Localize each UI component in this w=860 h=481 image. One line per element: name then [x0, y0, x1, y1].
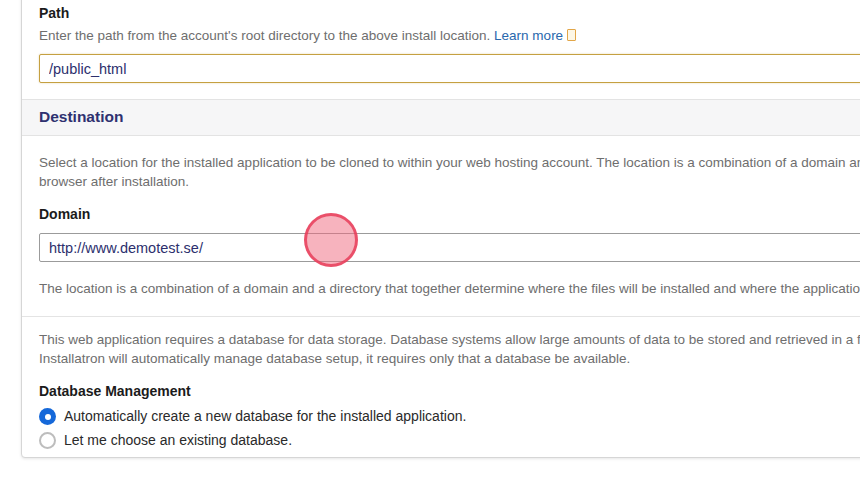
- destination-intro-line1: Select a location for the installed appl…: [39, 153, 860, 172]
- radio-selected-icon[interactable]: [39, 408, 56, 425]
- destination-section-header: Destination: [22, 99, 860, 136]
- radio-option-create-database[interactable]: Automatically create a new database for …: [39, 408, 860, 425]
- destination-section: Select a location for the installed appl…: [22, 136, 860, 316]
- path-label: Path: [39, 6, 860, 21]
- learn-more-link[interactable]: Learn more: [494, 28, 563, 43]
- database-intro-line2: Installatron will automatically manage d…: [39, 349, 860, 368]
- external-link-icon: [567, 29, 576, 41]
- radio-option-label[interactable]: Automatically create a new database for …: [64, 408, 466, 425]
- database-management-label: Database Management: [39, 384, 860, 399]
- radio-option-label[interactable]: Let me choose an existing database.: [64, 432, 292, 449]
- path-section: Path Enter the path from the account's r…: [22, 0, 860, 99]
- path-input[interactable]: [39, 54, 860, 83]
- destination-intro-line2: browser after installation.: [39, 172, 860, 191]
- destination-heading: Destination: [39, 108, 860, 126]
- domain-input[interactable]: [39, 233, 860, 262]
- database-section: This web application requires a database…: [22, 316, 860, 467]
- page-viewport: Path Enter the path from the account's r…: [0, 0, 860, 481]
- install-form-panel: Path Enter the path from the account's r…: [21, 0, 860, 458]
- domain-label: Domain: [39, 207, 860, 222]
- radio-option-existing-database[interactable]: Let me choose an existing database.: [39, 432, 860, 449]
- radio-unselected-icon[interactable]: [39, 432, 56, 449]
- destination-note: The location is a combination of a domai…: [39, 279, 860, 298]
- path-description: Enter the path from the account's root d…: [39, 29, 860, 43]
- path-description-text: Enter the path from the account's root d…: [39, 28, 490, 43]
- database-intro-line1: This web application requires a database…: [39, 330, 860, 349]
